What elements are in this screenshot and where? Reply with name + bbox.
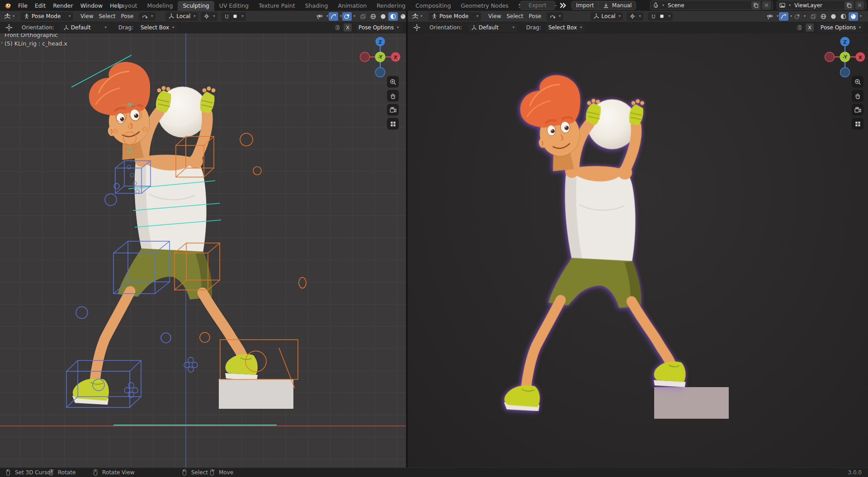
- menu-view[interactable]: View: [486, 13, 504, 19]
- pedestal[interactable]: [654, 387, 729, 419]
- shading-rendered-button[interactable]: [398, 12, 408, 21]
- shading-material-button[interactable]: [839, 12, 848, 21]
- shading-solid-button[interactable]: [829, 12, 838, 21]
- pose-options-dropdown[interactable]: Pose Options▾: [818, 23, 863, 32]
- mirror-icon[interactable]: [796, 24, 803, 31]
- gizmo-y-label[interactable]: -Y: [378, 55, 383, 60]
- fast-forward-icon[interactable]: [559, 2, 566, 9]
- tab-sculpting[interactable]: Sculpting: [178, 1, 214, 11]
- mode-select[interactable]: Pose Mode▾: [21, 12, 73, 21]
- export-button[interactable]: Export: [520, 1, 555, 10]
- shading-wireframe-button[interactable]: [368, 12, 378, 21]
- zoom-tool-button[interactable]: [852, 76, 863, 88]
- pivot-point-select[interactable]: ▾: [201, 12, 217, 21]
- viewport-left-canvas[interactable]: [0, 22, 406, 468]
- toggle-perspective-button[interactable]: [852, 118, 863, 130]
- tweak-tool-dropdown[interactable]: ▾: [547, 12, 563, 21]
- shading-wireframe-button[interactable]: [819, 12, 828, 21]
- toggle-perspective-button[interactable]: [387, 118, 399, 130]
- menu-render[interactable]: Render: [49, 0, 77, 11]
- tweak-tool-dropdown[interactable]: ▾: [139, 12, 156, 21]
- pan-tool-button[interactable]: [387, 90, 399, 102]
- tab-uv-editing[interactable]: UV Editing: [214, 1, 254, 11]
- tab-layout[interactable]: Layout: [113, 1, 142, 11]
- character-left[interactable]: [72, 60, 258, 405]
- new-scene-button[interactable]: [751, 1, 760, 9]
- gizmos-toggle[interactable]: [779, 12, 788, 21]
- object-visibility-button[interactable]: [765, 12, 775, 21]
- view-layer-selector[interactable]: ▾ ViewLayer: [777, 0, 866, 10]
- zoom-tool-button[interactable]: [387, 76, 399, 88]
- mode-select[interactable]: Pose Mode▾: [429, 12, 481, 21]
- transform-orientation-select[interactable]: Local▾: [165, 12, 198, 21]
- active-tool-icon[interactable]: [413, 24, 420, 31]
- editor-type-button[interactable]: ▾: [410, 13, 423, 20]
- tab-modeling[interactable]: Modeling: [142, 1, 178, 11]
- drag-label: Drag:: [526, 24, 541, 31]
- area-split-handle[interactable]: ‹›: [395, 56, 401, 61]
- blender-logo-icon[interactable]: [0, 2, 14, 9]
- object-visibility-button[interactable]: [315, 12, 325, 21]
- orientation-dropdown[interactable]: Default▾: [61, 23, 109, 32]
- sidebar-toggle-arrow[interactable]: ›: [1, 40, 3, 46]
- editor-type-button[interactable]: ▾: [3, 13, 15, 20]
- camera-view-button[interactable]: [387, 104, 399, 116]
- overlays-toggle[interactable]: [793, 12, 802, 21]
- gizmo-x-label[interactable]: X: [859, 55, 863, 61]
- scene-selector[interactable]: ▾ Scene: [650, 0, 773, 10]
- pan-tool-button[interactable]: [852, 90, 863, 102]
- delete-view-layer-button[interactable]: [855, 1, 864, 9]
- gizmos-toggle[interactable]: [329, 12, 338, 21]
- orientation-dropdown[interactable]: Default▾: [468, 23, 517, 32]
- gizmo-z-label[interactable]: Z: [378, 39, 382, 45]
- pivot-point-select[interactable]: ▾: [627, 12, 643, 21]
- menu-select[interactable]: Select: [504, 13, 526, 19]
- menu-select[interactable]: Select: [96, 13, 118, 19]
- delete-scene-button[interactable]: [762, 1, 771, 9]
- menu-pose[interactable]: Pose: [526, 13, 544, 19]
- overlays-icon: [794, 13, 801, 20]
- snap-magnet-icon[interactable]: [223, 13, 230, 20]
- transform-orientation-select[interactable]: Local▾: [590, 12, 623, 21]
- menu-pose[interactable]: Pose: [118, 13, 137, 19]
- snap-magnet-icon[interactable]: [650, 13, 657, 20]
- tab-texture-paint[interactable]: Texture Paint: [254, 1, 300, 11]
- tab-animation[interactable]: Animation: [333, 1, 372, 11]
- drag-dropdown[interactable]: Select Box▾: [546, 23, 585, 32]
- viewport-left-header: ▾ Pose Mode▾ View Select Pose ▾ Local▾ ▾…: [0, 11, 406, 22]
- drag-dropdown[interactable]: Select Box▾: [138, 23, 177, 32]
- import-button[interactable]: Import: [572, 1, 598, 9]
- shading-material-button[interactable]: [388, 12, 398, 21]
- navigation-gizmo[interactable]: Z X -Y: [823, 35, 867, 80]
- active-tool-icon[interactable]: [5, 24, 13, 31]
- camera-view-button[interactable]: [852, 104, 863, 116]
- viewport-right-canvas[interactable]: [408, 22, 868, 468]
- pedestal[interactable]: [219, 379, 293, 409]
- tab-geometry-nodes[interactable]: Geometry Nodes: [456, 1, 513, 11]
- tab-shading[interactable]: Shading: [300, 1, 333, 11]
- mirror-x-toggle[interactable]: X: [806, 23, 814, 32]
- xray-toggle[interactable]: [359, 12, 368, 21]
- menu-view[interactable]: View: [78, 13, 96, 19]
- shading-solid-button[interactable]: [378, 12, 388, 21]
- tab-rendering[interactable]: Rendering: [372, 1, 410, 11]
- new-view-layer-button[interactable]: [844, 1, 854, 9]
- manual-button[interactable]: Manual: [599, 1, 636, 9]
- menu-file[interactable]: File: [14, 0, 31, 11]
- menu-window[interactable]: Window: [77, 0, 106, 11]
- menu-edit[interactable]: Edit: [31, 0, 49, 11]
- orientation-axes-icon: [168, 13, 175, 19]
- character-right[interactable]: [504, 73, 686, 411]
- snap-target-icon[interactable]: [232, 13, 238, 19]
- gizmo-y-label[interactable]: -Y: [843, 55, 848, 60]
- xray-toggle[interactable]: [809, 12, 818, 21]
- shading-rendered-button[interactable]: [849, 12, 858, 21]
- gizmo-z-label[interactable]: Z: [843, 39, 847, 45]
- pose-options-dropdown[interactable]: Pose Options▾: [356, 23, 401, 32]
- snap-target-icon[interactable]: [659, 13, 665, 19]
- mirror-icon[interactable]: [334, 24, 341, 31]
- overlays-toggle[interactable]: [342, 12, 352, 21]
- tab-compositing[interactable]: Compositing: [410, 1, 456, 11]
- mirror-x-toggle[interactable]: X: [344, 23, 352, 32]
- pivot-icon: [203, 13, 210, 19]
